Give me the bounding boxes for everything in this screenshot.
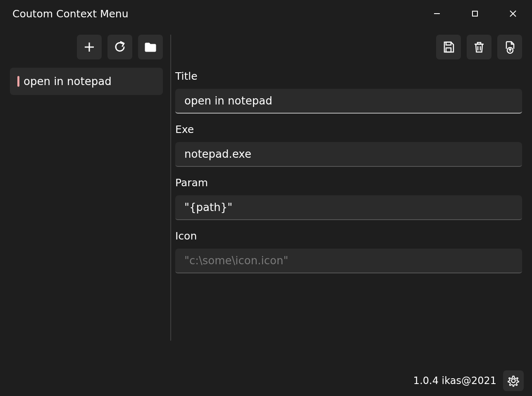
- icon-label: Icon: [175, 230, 522, 242]
- svg-rect-7: [446, 48, 451, 52]
- sidebar-toolbar: [10, 35, 163, 59]
- exe-input[interactable]: [175, 142, 522, 167]
- svg-point-13: [512, 379, 515, 383]
- sidebar: open in notepad: [0, 27, 170, 370]
- add-button[interactable]: [77, 35, 102, 59]
- maximize-button[interactable]: [456, 0, 494, 27]
- window-controls: [418, 0, 532, 27]
- save-button[interactable]: [436, 35, 461, 59]
- export-button[interactable]: [497, 35, 522, 59]
- main-panel: Title Exe Param Icon: [171, 27, 532, 370]
- param-field: Param: [175, 177, 522, 220]
- delete-button[interactable]: [467, 35, 491, 59]
- icon-field: Icon: [175, 230, 522, 273]
- file-upload-icon: [503, 40, 516, 54]
- param-label: Param: [175, 177, 522, 189]
- save-icon: [442, 40, 455, 54]
- refresh-button[interactable]: [107, 35, 132, 59]
- close-icon: [509, 9, 517, 18]
- minimize-icon: [433, 10, 441, 17]
- svg-rect-1: [472, 11, 477, 16]
- list-item-label: open in notepad: [24, 75, 112, 88]
- svg-rect-6: [446, 42, 451, 45]
- minimize-button[interactable]: [418, 0, 456, 27]
- title-label: Title: [175, 70, 522, 82]
- close-button[interactable]: [494, 0, 532, 27]
- menu-list: open in notepad: [10, 68, 163, 95]
- list-item[interactable]: open in notepad: [10, 68, 163, 95]
- footer: 1.0.4 ikas@2021: [0, 370, 532, 396]
- refresh-icon: [113, 40, 126, 54]
- folder-icon: [143, 40, 157, 54]
- icon-input[interactable]: [175, 249, 522, 273]
- selection-indicator: [17, 76, 19, 87]
- title-bar: Coutom Context Menu: [0, 0, 532, 27]
- content: open in notepad Title Exe: [0, 27, 532, 370]
- window-title: Coutom Context Menu: [12, 8, 129, 20]
- param-input[interactable]: [175, 195, 522, 220]
- plus-icon: [83, 41, 95, 53]
- maximize-icon: [471, 10, 479, 17]
- gear-icon: [507, 374, 520, 387]
- title-input[interactable]: [175, 89, 522, 114]
- form: Title Exe Param Icon: [175, 59, 522, 273]
- footer-text: 1.0.4 ikas@2021: [413, 375, 496, 387]
- title-field: Title: [175, 70, 522, 114]
- exe-label: Exe: [175, 123, 522, 135]
- main-toolbar: [175, 35, 522, 59]
- open-button[interactable]: [138, 35, 163, 59]
- trash-icon: [472, 40, 486, 54]
- exe-field: Exe: [175, 123, 522, 167]
- settings-button[interactable]: [503, 370, 524, 391]
